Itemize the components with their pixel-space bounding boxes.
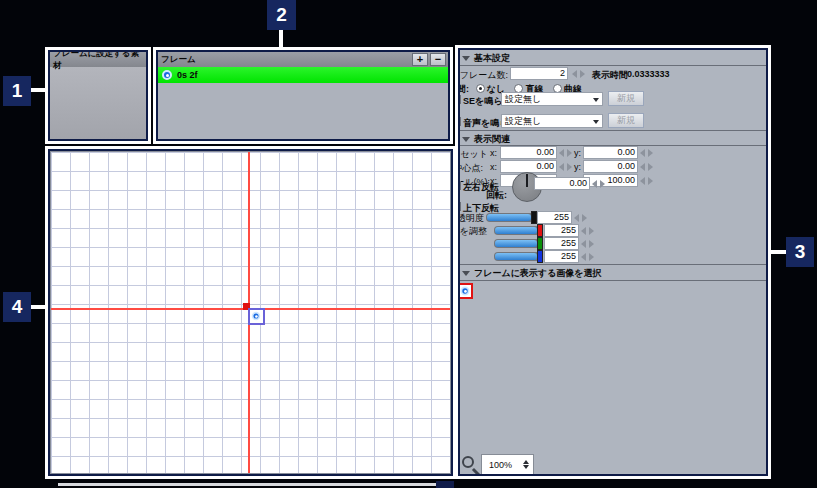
callout-line-3 — [771, 250, 786, 254]
remove-frame-button[interactable]: − — [430, 53, 446, 66]
radio-selected-icon[interactable] — [476, 84, 485, 93]
se-select[interactable]: 設定無し — [501, 92, 603, 106]
animation-canvas[interactable] — [50, 151, 451, 474]
opacity-slider[interactable] — [486, 213, 536, 222]
decrement-icon[interactable] — [640, 177, 645, 185]
hue-green-slider-handle[interactable] — [537, 237, 543, 250]
increment-icon[interactable] — [648, 163, 653, 171]
material-panel: フレームに設定する素材 — [45, 47, 151, 144]
hue-red-slider[interactable] — [494, 226, 542, 235]
hue-red-slider-handle[interactable] — [537, 224, 543, 237]
collapse-icon — [462, 271, 470, 276]
decrement-icon[interactable] — [574, 214, 579, 222]
frame-count-input[interactable]: 2 — [510, 67, 568, 80]
hue-green-input[interactable]: 255 — [544, 237, 579, 250]
increment-icon[interactable] — [589, 253, 594, 261]
decrement-icon[interactable] — [559, 163, 564, 171]
magnifier-handle — [472, 468, 480, 476]
center-x-stepper[interactable] — [559, 160, 572, 173]
sprite-target-icon — [252, 312, 261, 321]
image-target-icon — [461, 287, 470, 296]
decrement-icon[interactable] — [581, 240, 586, 248]
opacity-label: 不透明度 — [458, 212, 484, 225]
hue-blue-input[interactable]: 255 — [544, 250, 579, 263]
chevron-down-icon — [593, 98, 599, 102]
increment-icon[interactable] — [580, 70, 585, 78]
offset-y-stepper[interactable] — [640, 146, 653, 159]
rotation-input[interactable]: 0.00 — [534, 177, 590, 190]
frame-count-stepper[interactable] — [572, 67, 585, 80]
hue-green-stepper[interactable] — [581, 237, 594, 250]
increment-icon[interactable] — [567, 149, 572, 157]
increment-icon[interactable] — [600, 180, 605, 188]
hue-red-stepper[interactable] — [581, 224, 594, 237]
separator — [460, 280, 766, 281]
voice-new-button[interactable]: 新規 — [608, 113, 644, 128]
image-select-header[interactable]: フレームに表示する画像を選択 — [462, 267, 601, 280]
frame-list-item-selected[interactable]: 0s 2f — [158, 67, 448, 83]
offset-x-input[interactable]: 0.00 — [500, 146, 557, 159]
separator — [460, 130, 766, 131]
hue-blue-stepper[interactable] — [581, 250, 594, 263]
decrement-icon[interactable] — [581, 253, 586, 261]
canvas-panel — [45, 146, 456, 479]
opacity-input[interactable]: 255 — [537, 211, 572, 224]
center-y-label: y: — [574, 162, 581, 172]
bottom-divider-notch — [436, 481, 454, 488]
decrement-icon[interactable] — [640, 163, 645, 171]
frame-panel-title: フレーム — [161, 54, 196, 66]
center-y-input[interactable]: 0.00 — [583, 160, 638, 173]
flip-vertical-checkbox[interactable] — [458, 202, 461, 211]
decrement-icon[interactable] — [572, 70, 577, 78]
material-panel-title: フレームに設定する素材 — [50, 52, 146, 67]
scale-y-stepper[interactable] — [640, 174, 653, 187]
duration-value: 0.0333333 — [627, 69, 670, 79]
rotation-stepper[interactable] — [592, 177, 605, 190]
hue-red-input[interactable]: 255 — [544, 224, 579, 237]
rotation-label: 回転: — [486, 189, 507, 202]
hue-blue-slider[interactable] — [494, 252, 542, 261]
opacity-stepper[interactable] — [574, 211, 587, 224]
sprite-selection-box[interactable] — [248, 308, 265, 325]
decrement-icon[interactable] — [559, 149, 564, 157]
offset-y-label: y: — [574, 148, 581, 158]
zoom-level-value: 100% — [482, 460, 519, 470]
callout-line-2 — [279, 30, 283, 47]
hue-blue-slider-handle[interactable] — [537, 250, 543, 263]
voice-select-value: 設定無し — [505, 116, 541, 126]
decrement-icon[interactable] — [592, 180, 597, 188]
spinner-up-icon[interactable] — [523, 460, 529, 464]
increment-icon[interactable] — [589, 240, 594, 248]
center-x-input[interactable]: 0.00 — [500, 160, 557, 173]
callout-line-4 — [31, 305, 45, 309]
increment-icon[interactable] — [567, 163, 572, 171]
center-y-stepper[interactable] — [640, 160, 653, 173]
increment-icon[interactable] — [582, 214, 587, 222]
decrement-icon[interactable] — [581, 227, 586, 235]
add-frame-button[interactable]: + — [412, 53, 428, 66]
decrement-icon[interactable] — [640, 149, 645, 157]
material-list-area[interactable] — [50, 67, 146, 139]
opacity-slider-fill — [487, 214, 531, 221]
flip-horizontal-checkbox[interactable] — [458, 181, 461, 190]
basic-settings-header[interactable]: 基本設定 — [462, 52, 510, 65]
increment-icon[interactable] — [648, 149, 653, 157]
increment-icon[interactable] — [589, 227, 594, 235]
zoom-level-spinner[interactable]: 100% — [481, 454, 534, 475]
callout-line-1 — [31, 88, 45, 92]
spinner-down-icon[interactable] — [523, 465, 529, 469]
voice-select[interactable]: 設定無し — [501, 114, 603, 128]
increment-icon[interactable] — [648, 177, 653, 185]
display-settings-title: 表示関連 — [474, 134, 510, 144]
se-new-button[interactable]: 新規 — [608, 91, 644, 106]
voice-checkbox[interactable] — [458, 117, 461, 126]
frame-list-area[interactable] — [158, 83, 448, 139]
offset-x-stepper[interactable] — [559, 146, 572, 159]
hue-red-slider-fill — [495, 227, 537, 234]
se-checkbox[interactable] — [458, 95, 461, 104]
selected-image-thumbnail[interactable] — [458, 283, 473, 299]
bottom-divider — [58, 483, 436, 486]
offset-y-input[interactable]: 0.00 — [583, 146, 638, 159]
hue-green-slider[interactable] — [494, 239, 542, 248]
callout-badge-1: 1 — [3, 76, 31, 106]
